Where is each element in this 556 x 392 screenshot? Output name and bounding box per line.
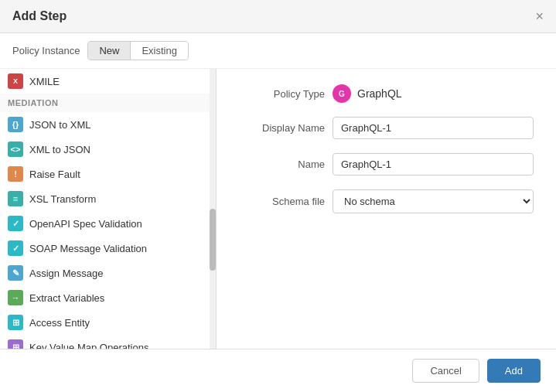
raise-fault-icon: ! [8,166,23,182]
sidebar-item-xmile[interactable]: X XMILE [0,69,216,94]
policy-existing-button[interactable]: Existing [131,42,188,60]
sidebar-item-soap-message-validation[interactable]: ✓ SOAP Message Validation [0,236,216,261]
close-button[interactable]: × [535,9,544,23]
add-button[interactable]: Add [487,359,541,383]
modal-header: Add Step × [0,0,556,33]
sidebar-item-openapi-spec-validation[interactable]: ✓ OpenAPI Spec Validation [0,211,216,236]
soap-label: SOAP Message Validation [29,243,147,254]
json-to-xml-label: JSON to XML [29,119,90,131]
xml-to-json-label: XML to JSON [29,144,90,155]
soap-icon: ✓ [8,240,23,256]
schema-file-label: Schema file [240,196,325,207]
policy-type-label: Policy Type [240,88,325,100]
xmile-icon: X [8,73,23,89]
sidebar-item-assign-message[interactable]: ✎ Assign Message [0,261,216,285]
xml-to-json-icon: <> [8,141,23,157]
key-value-map-icon: ⊞ [8,339,23,349]
scrollbar-thumb [210,209,216,271]
display-name-label: Display Name [240,122,325,134]
sidebar-item-json-to-xml[interactable]: {} JSON to XML [0,112,216,137]
access-entity-label: Access Entity [29,317,90,329]
assign-message-label: Assign Message [29,268,103,279]
cancel-button[interactable]: Cancel [412,359,479,383]
modal-title: Add Step [12,9,67,23]
policy-instance-toggle: New Existing [87,41,189,60]
add-step-modal: Add Step × Policy Instance New Existing … [0,0,556,392]
xsl-transform-icon: ≡ [8,191,23,206]
extract-variables-icon: → [8,290,23,305]
access-entity-icon: ⊞ [8,315,23,330]
name-row: Name [240,153,534,176]
display-name-row: Display Name [240,117,534,139]
modal-body: X XMILE MEDIATION {} JSON to XML <> XML … [0,69,556,349]
key-value-map-label: Key Value Map Operations [29,342,148,349]
sidebar-item-key-value-map[interactable]: ⊞ Key Value Map Operations [0,335,216,349]
sidebar-item-xsl-transform[interactable]: ≡ XSL Transform [0,186,216,211]
policy-type-display: G GraphQL [333,84,402,103]
openapi-label: OpenAPI Spec Validation [29,218,142,230]
name-input[interactable] [333,153,534,176]
policy-new-button[interactable]: New [88,42,131,60]
graphql-badge-icon: G [333,84,351,103]
policy-type-row: Policy Type G GraphQL [240,84,534,103]
sidebar-item-extract-variables[interactable]: → Extract Variables [0,285,216,310]
name-label: Name [240,159,325,170]
sidebar: X XMILE MEDIATION {} JSON to XML <> XML … [0,69,217,349]
content-panel: Policy Type G GraphQL Display Name Name … [217,69,556,349]
xmile-label: XMILE [29,76,60,87]
modal-footer: Cancel Add [0,349,556,392]
sidebar-item-xml-to-json[interactable]: <> XML to JSON [0,137,216,162]
schema-file-row: Schema file No schema [240,189,534,213]
sidebar-scrollbar[interactable] [210,69,216,349]
openapi-icon: ✓ [8,216,23,231]
display-name-input[interactable] [333,117,534,139]
sidebar-item-access-entity[interactable]: ⊞ Access Entity [0,310,216,335]
assign-message-icon: ✎ [8,265,23,281]
xsl-transform-label: XSL Transform [29,193,96,205]
sidebar-item-raise-fault[interactable]: ! Raise Fault [0,162,216,186]
policy-type-value: GraphQL [357,87,402,100]
policy-instance-row: Policy Instance New Existing [0,33,556,69]
extract-variables-label: Extract Variables [29,292,104,304]
schema-file-select[interactable]: No schema [333,189,534,213]
policy-instance-label: Policy Instance [12,45,80,56]
raise-fault-label: Raise Fault [29,169,80,180]
json-to-xml-icon: {} [8,117,23,132]
section-header-mediation: MEDIATION [0,94,216,112]
